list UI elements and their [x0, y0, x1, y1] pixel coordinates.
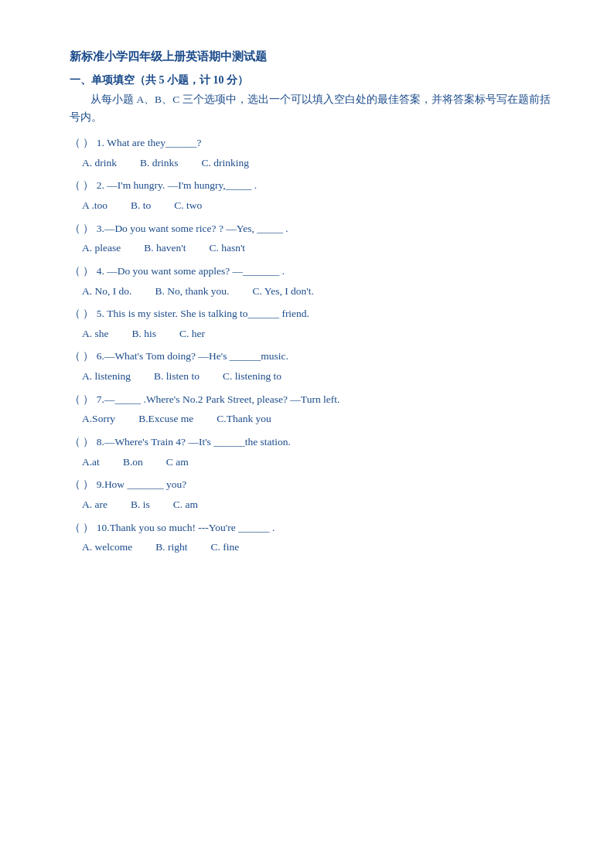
question-line: （ ） 4. —Do you want some apples? —______…	[70, 261, 552, 281]
question-line: （ ） 2. —I'm hungry. —I'm hungry,_____ .	[70, 175, 552, 196]
options-line: A.atB.onC am	[70, 452, 552, 472]
page-title: 新标准小学四年级上册英语期中测试题	[70, 46, 552, 67]
question-block: （ ） 10.Thank you so much! ---You're ____…	[70, 518, 552, 557]
question-line: （ ） 5. This is my sister. She is talking…	[70, 304, 552, 324]
options-line: A. sheB. hisC. her	[70, 324, 552, 344]
option-item: C. fine	[211, 537, 240, 557]
option-item: B. drinks	[140, 153, 179, 173]
option-item: B. his	[132, 324, 157, 344]
question-line: （ ） 9.How _______ you?	[70, 475, 552, 495]
option-item: B. No, thank you.	[155, 281, 230, 301]
question-line: （ ） 1. What are they______?	[70, 133, 552, 153]
option-item: C. Yes, I don't.	[253, 281, 314, 301]
options-line: A.SorryB.Excuse meC.Thank you	[70, 409, 552, 429]
question-block: （ ） 5. This is my sister. She is talking…	[70, 304, 552, 343]
option-item: B. listen to	[154, 366, 200, 386]
option-item: C. two	[174, 196, 202, 216]
option-item: A.at	[82, 452, 100, 472]
option-item: C. hasn't	[209, 238, 245, 258]
instruction-text: 从每小题 A、B、C 三个选项中，选出一个可以填入空白处的最佳答案，并将答案标号…	[70, 91, 552, 127]
question-line: （ ） 8.—Where's Train 4? —It's ______the …	[70, 432, 552, 452]
option-item: B.Excuse me	[138, 409, 193, 429]
question-block: （ ） 2. —I'm hungry. —I'm hungry,_____ .A…	[70, 175, 552, 215]
option-item: A. welcome	[82, 537, 132, 557]
options-line: A. No, I do.B. No, thank you.C. Yes, I d…	[70, 281, 552, 301]
option-item: A.Sorry	[82, 409, 115, 429]
question-block: （ ） 9.How _______ you?A. areB. isC. am	[70, 475, 552, 514]
option-item: C. am	[173, 495, 198, 515]
question-block: （ ） 6.—What's Tom doing? —He's ______mus…	[70, 346, 552, 386]
options-line: A .tooB. toC. two	[70, 196, 552, 216]
options-line: A. drinkB. drinksC. drinking	[70, 153, 552, 173]
option-item: B.on	[123, 452, 143, 472]
option-item: C. drinking	[202, 153, 250, 173]
options-line: A. welcomeB. rightC. fine	[70, 537, 552, 557]
option-item: A. are	[82, 495, 107, 515]
option-item: B. is	[131, 495, 150, 515]
option-item: C. listening to	[223, 366, 281, 386]
section-title: 一、单项填空（共 5 小题，计 10 分）	[70, 70, 552, 90]
option-item: B. right	[155, 537, 187, 557]
option-item: A. please	[82, 238, 121, 258]
question-line: （ ） 6.—What's Tom doing? —He's ______mus…	[70, 346, 552, 366]
question-block: （ ） 7.—_____ .Where's No.2 Park Street, …	[70, 390, 552, 429]
option-item: C am	[166, 452, 189, 472]
options-line: A. areB. isC. am	[70, 495, 552, 515]
questions-container: （ ） 1. What are they______?A. drinkB. dr…	[70, 133, 552, 557]
option-item: C.Thank you	[217, 409, 271, 429]
option-item: C. her	[179, 324, 205, 344]
options-line: A. pleaseB. haven'tC. hasn't	[70, 238, 552, 258]
option-item: A. drink	[82, 153, 117, 173]
question-block: （ ） 3.—Do you want some rice? ? —Yes, __…	[70, 219, 552, 258]
question-line: （ ） 10.Thank you so much! ---You're ____…	[70, 518, 552, 538]
option-item: B. haven't	[144, 238, 186, 258]
option-item: A .too	[82, 196, 107, 216]
options-line: A. listeningB. listen toC. listening to	[70, 366, 552, 386]
question-block: （ ） 8.—Where's Train 4? —It's ______the …	[70, 432, 552, 471]
option-item: A. No, I do.	[82, 281, 132, 301]
option-item: A. listening	[82, 366, 131, 386]
option-item: B. to	[131, 196, 151, 216]
question-line: （ ） 3.—Do you want some rice? ? —Yes, __…	[70, 219, 552, 239]
question-block: （ ） 4. —Do you want some apples? —______…	[70, 261, 552, 301]
question-line: （ ） 7.—_____ .Where's No.2 Park Street, …	[70, 390, 552, 410]
page-content: 新标准小学四年级上册英语期中测试题 一、单项填空（共 5 小题，计 10 分） …	[70, 46, 552, 557]
question-block: （ ） 1. What are they______?A. drinkB. dr…	[70, 133, 552, 172]
option-item: A. she	[82, 324, 109, 344]
